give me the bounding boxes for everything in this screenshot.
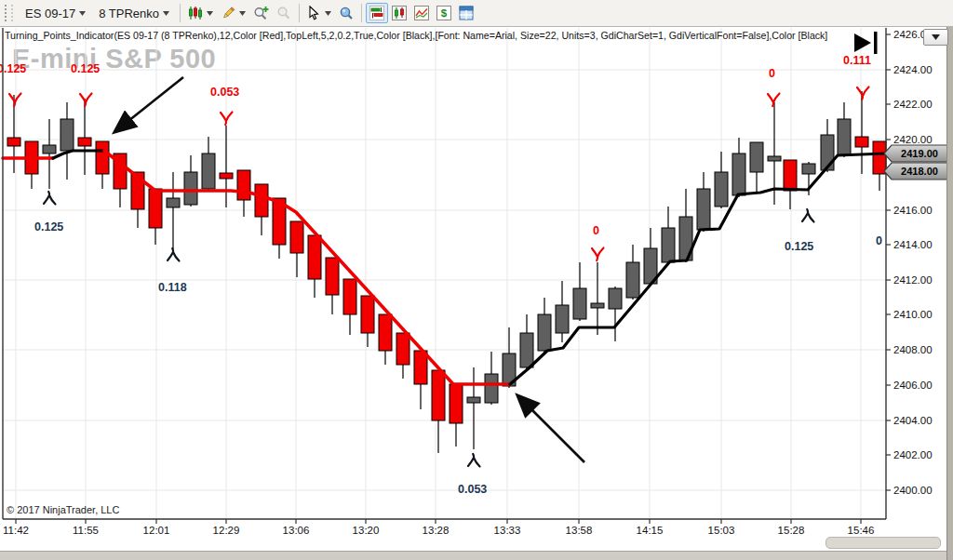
svg-text:2400.00: 2400.00 <box>893 485 933 496</box>
svg-text:2408.00: 2408.00 <box>893 344 933 355</box>
svg-text:12:29: 12:29 <box>213 525 240 536</box>
dollar-button[interactable]: $ <box>433 3 455 23</box>
chevron-down-icon <box>79 11 86 16</box>
chevron-down-icon <box>163 11 169 16</box>
properties-panel-icon <box>459 6 474 20</box>
svg-text:2414.00: 2414.00 <box>893 239 933 250</box>
dollar-icon: $ <box>436 6 451 20</box>
zoom-in-button[interactable] <box>249 3 273 23</box>
toolbar-separator <box>180 4 181 22</box>
svg-text:15:28: 15:28 <box>778 525 805 536</box>
data-box-button[interactable] <box>335 3 357 23</box>
properties-panel-button[interactable] <box>455 3 477 23</box>
svg-text:11:55: 11:55 <box>73 525 99 536</box>
svg-text:2416.00: 2416.00 <box>893 205 933 216</box>
svg-text:0.125: 0.125 <box>34 220 63 233</box>
svg-text:2402.00: 2402.00 <box>893 449 933 460</box>
price-badges: 2419.002418.00 <box>884 145 948 180</box>
toolbar-separator <box>299 4 300 22</box>
chart-toolbar: ES 09-17 8 TPRenko <box>0 0 953 27</box>
svg-text:2422.00: 2422.00 <box>893 99 933 110</box>
candles-layer[interactable] <box>7 91 886 453</box>
x-axis[interactable]: 11:4211:5512:0112:2913:0613:2013:2813:33… <box>3 519 874 536</box>
value-labels: 0.1250.1250.053000.1110.1250.1180.0530.1… <box>0 54 882 496</box>
svg-text:0.118: 0.118 <box>158 281 187 294</box>
svg-text:0.053: 0.053 <box>458 483 487 496</box>
svg-text:2406.00: 2406.00 <box>893 380 933 391</box>
chart-style-button[interactable] <box>184 3 217 23</box>
chevron-down-icon <box>207 11 213 16</box>
zoom-in-icon <box>253 6 269 20</box>
chevron-down-icon <box>325 11 331 16</box>
svg-text:2418.00: 2418.00 <box>901 166 938 177</box>
svg-text:0.053: 0.053 <box>210 86 239 99</box>
chart-canvas[interactable]: 0.1250.1250.053000.1110.1250.1180.0530.1… <box>0 0 953 560</box>
axes-frame <box>3 28 886 519</box>
svg-text:2419.00: 2419.00 <box>901 148 938 159</box>
svg-text:13:58: 13:58 <box>566 525 593 536</box>
window-bottom-edge <box>0 551 953 560</box>
line-chart-button[interactable] <box>410 3 433 23</box>
svg-text:0: 0 <box>769 67 775 80</box>
svg-text:2424.00: 2424.00 <box>893 64 933 75</box>
window-right-edge <box>946 0 953 560</box>
chart-style-icon <box>188 6 203 20</box>
svg-text:13:06: 13:06 <box>283 525 310 536</box>
copyright-notice: © 2017 NinjaTrader, LLC <box>7 504 119 515</box>
svg-text:11:42: 11:42 <box>3 525 29 536</box>
svg-text:0: 0 <box>593 224 599 237</box>
svg-text:12:01: 12:01 <box>143 525 170 536</box>
cursor-icon <box>307 6 321 20</box>
svg-text:15:46: 15:46 <box>848 525 875 536</box>
playback-marker <box>854 32 878 54</box>
svg-text:2420.00: 2420.00 <box>893 134 933 145</box>
candlestick-chart-button[interactable] <box>388 3 410 23</box>
line-chart-icon <box>414 6 429 20</box>
svg-text:15:03: 15:03 <box>708 525 735 536</box>
svg-text:2412.00: 2412.00 <box>893 274 933 286</box>
svg-text:13:33: 13:33 <box>494 525 521 536</box>
toolbar-separator <box>361 4 362 22</box>
grid-layer <box>3 28 886 519</box>
chevron-down-icon <box>932 34 940 40</box>
y-axis[interactable]: 2426.002424.002422.002420.002416.002414.… <box>886 29 933 496</box>
instrument-label: ES 09-17 <box>25 7 75 20</box>
svg-text:0.111: 0.111 <box>843 54 871 67</box>
data-box-icon <box>339 6 354 20</box>
svg-text:2404.00: 2404.00 <box>893 415 933 426</box>
candlestick-chart-icon <box>392 6 407 20</box>
svg-text:0: 0 <box>876 234 882 247</box>
svg-text:0.125: 0.125 <box>785 240 813 253</box>
cursor-button[interactable] <box>303 3 335 23</box>
svg-text:13:28: 13:28 <box>423 525 450 536</box>
price-panel-button[interactable] <box>366 3 388 23</box>
chevron-down-icon <box>239 11 246 16</box>
pencil-icon <box>221 6 235 20</box>
zoom-out-button[interactable] <box>273 3 295 23</box>
chart-scrollbar-dropdown-button[interactable] <box>923 29 948 46</box>
zoom-out-icon <box>276 6 291 20</box>
instrument-selector[interactable]: ES 09-17 <box>19 4 92 23</box>
price-panel-icon <box>369 6 384 20</box>
indicator-settings-label[interactable]: Turning_Points_Indicator(ES 09-17 (8 TPR… <box>5 30 827 41</box>
svg-text:14:15: 14:15 <box>637 525 664 536</box>
svg-text:2410.00: 2410.00 <box>893 309 933 320</box>
svg-text:0.125: 0.125 <box>0 62 26 75</box>
svg-text:0.125: 0.125 <box>71 62 100 75</box>
drawing-tools-button[interactable] <box>217 3 249 23</box>
svg-text:13:20: 13:20 <box>353 525 380 536</box>
period-label: 8 TPRenko <box>99 7 159 20</box>
horizontal-scrollbar-thumb[interactable] <box>825 537 941 549</box>
period-selector[interactable]: 8 TPRenko <box>92 4 176 23</box>
svg-text:$: $ <box>441 7 448 19</box>
toolbar-grip[interactable] <box>5 5 13 21</box>
